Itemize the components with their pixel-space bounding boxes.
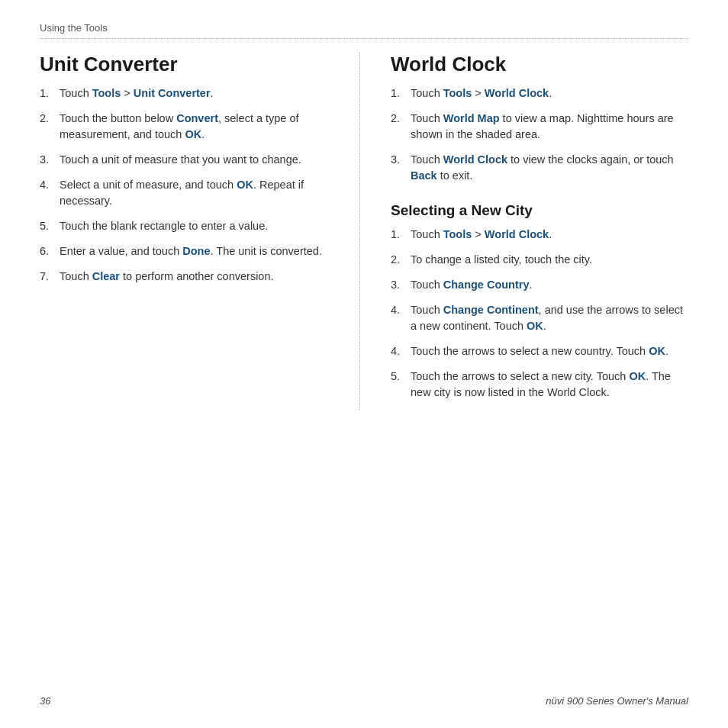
list-num: 3. [40,152,53,168]
list-text: Touch World Clock to view the clocks aga… [411,152,688,184]
list-text: Touch a unit of measure that you want to… [60,152,329,168]
list-item: 1. Touch Tools > World Clock. [391,85,688,101]
list-text: Touch Tools > World Clock. [411,85,688,101]
done-link: Done [182,245,210,257]
list-text: Touch World Map to view a map. Nighttime… [411,111,688,143]
tools-link: Tools [92,87,121,99]
world-clock-title: World Clock [391,53,688,76]
list-text: Touch the arrows to select a new country… [411,343,688,359]
unit-converter-link: Unit Converter [134,87,211,99]
list-text: Enter a value, and touch Done. The unit … [60,243,329,259]
ok-link: OK [237,179,253,191]
world-map-link: World Map [443,112,500,124]
list-num: 5. [391,369,404,401]
list-item: 3. Touch a unit of measure that you want… [40,152,329,168]
back-link: Back [411,169,437,182]
list-item: 1. Touch Tools > World Clock. [391,227,688,243]
list-num: 4. [391,302,404,334]
list-text: Touch Tools > World Clock. [411,227,688,243]
ok-link: OK [527,320,543,332]
change-continent-link: Change Continent [443,304,539,316]
world-clock-link: World Clock [485,228,549,240]
ok-link: OK [185,128,201,140]
header-label: Using the Tools [40,22,108,34]
list-item: 5. Touch the arrows to select a new city… [391,369,688,401]
list-text: Touch Change Country. [411,277,688,293]
tools-link: Tools [443,228,472,240]
list-num: 5. [40,218,53,234]
list-item: 7. Touch Clear to perform another conver… [40,269,329,285]
ok-link: OK [629,370,646,382]
list-text: Touch Tools > Unit Converter. [60,85,329,101]
list-text: Touch the button below Convert, select a… [60,111,329,143]
list-item: 2. Touch World Map to view a map. Nightt… [391,111,688,143]
list-text: Select a unit of measure, and touch OK. … [60,177,329,209]
world-clock-list: 1. Touch Tools > World Clock. 2. Touch W… [391,85,688,184]
list-text: Touch the arrows to select a new city. T… [411,369,688,401]
convert-link: Convert [176,112,218,124]
unit-converter-title: Unit Converter [40,53,329,76]
list-item: 2. To change a listed city, touch the ci… [391,252,688,268]
list-item: 6. Enter a value, and touch Done. The un… [40,243,329,259]
list-num: 1. [391,85,404,101]
list-num: 2. [391,252,404,268]
list-item: 4. Touch Change Continent, and use the a… [391,302,688,334]
page-container: Using the Tools Unit Converter 1. Touch … [0,0,728,440]
list-num: 2. [391,111,404,143]
page-number: 36 [40,695,50,707]
unit-converter-section: Unit Converter 1. Touch Tools > Unit Con… [40,53,360,410]
list-text: Touch Clear to perform another conversio… [60,269,329,285]
page-footer: 36 nüvi 900 Series Owner's Manual [40,695,688,707]
list-item: 5. Touch the blank rectangle to enter a … [40,218,329,234]
selecting-city-list: 1. Touch Tools > World Clock. 2. To chan… [391,227,688,401]
list-text: Touch the blank rectangle to enter a val… [60,218,329,234]
list-item: 3. Touch Change Country. [391,277,688,293]
list-item: 4. Select a unit of measure, and touch O… [40,177,329,209]
list-num: 6. [40,243,53,259]
list-num: 4. [391,343,404,359]
manual-title: nüvi 900 Series Owner's Manual [546,695,688,707]
list-num: 1. [391,227,404,243]
list-num: 2. [40,111,53,143]
list-num: 4. [40,177,53,209]
list-num: 3. [391,152,404,184]
world-clock-section: World Clock 1. Touch Tools > World Clock… [360,53,688,410]
list-item: 2. Touch the button below Convert, selec… [40,111,329,143]
tools-link: Tools [443,87,472,99]
world-clock-link: World Clock [485,87,549,99]
change-country-link: Change Country [443,279,530,291]
list-num: 3. [391,277,404,293]
clear-link: Clear [92,270,120,282]
unit-converter-list: 1. Touch Tools > Unit Converter. 2. Touc… [40,85,329,285]
list-text: Touch Change Continent, and use the arro… [411,302,688,334]
header-section: Using the Tools [40,21,688,39]
selecting-new-city-title: Selecting a New City [391,202,688,219]
list-item: 1. Touch Tools > Unit Converter. [40,85,329,101]
list-item: 3. Touch World Clock to view the clocks … [391,152,688,184]
two-column-layout: Unit Converter 1. Touch Tools > Unit Con… [40,53,688,410]
ok-link: OK [649,345,665,357]
world-clock-link2: World Clock [443,153,507,166]
list-num: 1. [40,85,53,101]
list-num: 7. [40,269,53,285]
list-item: 4. Touch the arrows to select a new coun… [391,343,688,359]
list-text: To change a listed city, touch the city. [411,252,688,268]
